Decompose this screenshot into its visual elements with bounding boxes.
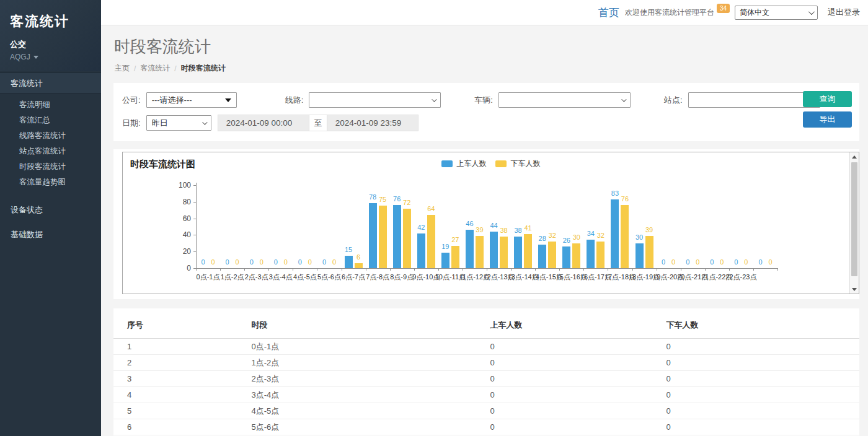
x-axis-label: 4点-5点 bbox=[293, 272, 317, 282]
bar-下车人数 bbox=[621, 205, 629, 268]
line-select[interactable] bbox=[309, 92, 441, 108]
y-tick-label: 20 bbox=[172, 247, 191, 256]
bar-value-label: 76 bbox=[617, 195, 633, 203]
scroll-down-arrow-icon[interactable] bbox=[850, 285, 859, 294]
time-period-table: 序号时段上车人数下车人数 10点-1点0021点-2点0032点-3点0043点… bbox=[113, 316, 859, 436]
sidebar-item-客流汇总[interactable]: 客流汇总 bbox=[0, 113, 101, 128]
table-cell: 0 bbox=[666, 419, 859, 435]
bar-value-label: 72 bbox=[399, 199, 415, 206]
bar-下车人数 bbox=[355, 263, 363, 268]
filter-row-1: 公司: ---请选择--- 线路: 车辆: 站点: bbox=[122, 92, 851, 108]
y-tick bbox=[193, 251, 196, 252]
bar-下车人数 bbox=[596, 242, 604, 268]
station-select[interactable] bbox=[688, 92, 820, 108]
y-axis-line bbox=[196, 183, 197, 268]
y-tick-label: 60 bbox=[172, 214, 191, 223]
bar-value-label: 15 bbox=[340, 246, 356, 253]
x-tick bbox=[559, 268, 560, 271]
language-select[interactable]: 简体中文 bbox=[735, 6, 818, 20]
y-tick bbox=[193, 219, 196, 219]
table-row: 10点-1点00 bbox=[113, 339, 859, 355]
chevron-down-icon bbox=[808, 9, 815, 15]
scroll-up-arrow-icon[interactable] bbox=[850, 152, 859, 161]
sidebar-logo-area: 客流统计 公交 AQGJ bbox=[0, 0, 101, 71]
scrollbar-thumb[interactable] bbox=[851, 162, 857, 276]
bar-下车人数 bbox=[572, 243, 580, 268]
chevron-down-icon bbox=[202, 120, 207, 124]
x-tick bbox=[657, 268, 657, 271]
sidebar-item-基础数据[interactable]: 基础数据 bbox=[0, 225, 101, 245]
breadcrumb-item[interactable]: 客流统计 bbox=[140, 63, 170, 74]
company-select[interactable]: ---请选择--- bbox=[146, 92, 237, 108]
bar-下车人数 bbox=[548, 242, 556, 268]
sidebar-item-站点客流统计[interactable]: 站点客流统计 bbox=[0, 144, 101, 159]
x-axis-label: 0点-1点 bbox=[197, 272, 220, 282]
date-to-input[interactable]: 2024-01-09 23:59 bbox=[327, 115, 418, 131]
bar-上车人数 bbox=[562, 246, 570, 268]
sidebar-section-passenger-stats[interactable]: 客流统计 bbox=[0, 72, 101, 94]
company-label: 公司: bbox=[122, 95, 141, 106]
bar-value-label: 27 bbox=[447, 236, 463, 243]
search-button[interactable]: 查询 bbox=[803, 91, 852, 107]
y-tick bbox=[193, 235, 196, 235]
table-row: 32点-3点00 bbox=[113, 371, 859, 387]
bar-上车人数 bbox=[466, 230, 474, 268]
bar-上车人数 bbox=[538, 245, 546, 268]
date-preset-select[interactable]: 昨日 bbox=[146, 115, 211, 131]
notification-badge[interactable]: 34 bbox=[717, 4, 730, 13]
bar-下车人数 bbox=[524, 234, 532, 268]
x-tick bbox=[342, 268, 342, 271]
x-axis-label: 3点-4点 bbox=[269, 272, 293, 282]
x-tick bbox=[268, 268, 269, 271]
sidebar-item-时段客流统计[interactable]: 时段客流统计 bbox=[0, 159, 101, 175]
sidebar-item-线路客流统计[interactable]: 线路客流统计 bbox=[0, 128, 101, 144]
page-title: 时段客流统计 bbox=[114, 36, 859, 58]
table-cell: 0 bbox=[490, 419, 666, 435]
chart-plot-area: 020406080100000点-1点001点-2点002点-3点003点-4点… bbox=[123, 152, 849, 294]
x-axis-label: 8点-9点 bbox=[390, 272, 414, 282]
station-label: 站点: bbox=[664, 95, 683, 106]
x-tick bbox=[608, 268, 608, 271]
breadcrumb-separator: / bbox=[174, 64, 176, 73]
y-tick-label: 100 bbox=[172, 181, 191, 190]
table-cell: 3 bbox=[113, 371, 252, 387]
table-cell: 5 bbox=[113, 403, 252, 419]
y-tick bbox=[193, 202, 196, 203]
table-cell: 0 bbox=[490, 387, 666, 403]
table-cell: 0 bbox=[666, 371, 859, 387]
bar-value-label: 6 bbox=[350, 253, 366, 261]
sidebar-item-设备状态[interactable]: 设备状态 bbox=[0, 200, 101, 220]
table-cell: 4 bbox=[113, 387, 252, 403]
bar-下车人数 bbox=[500, 237, 508, 268]
logout-link[interactable]: 退出登录 bbox=[828, 7, 860, 18]
language-select-value: 简体中文 bbox=[740, 7, 769, 18]
x-tick bbox=[438, 268, 439, 271]
table-panel: 序号时段上车人数下车人数 10点-1点0021点-2点0032点-3点0043点… bbox=[113, 308, 859, 436]
x-tick bbox=[729, 268, 730, 271]
sidebar-item-客流量趋势图[interactable]: 客流量趋势图 bbox=[0, 175, 101, 190]
bar-value-label: 0 bbox=[762, 258, 778, 266]
bar-上车人数 bbox=[636, 243, 644, 268]
bar-上车人数 bbox=[393, 205, 401, 268]
company-select-value: ---请选择--- bbox=[152, 95, 192, 106]
dropdown-arrow-icon bbox=[225, 98, 231, 102]
x-axis-label: 22点-23点 bbox=[725, 272, 756, 282]
org-code-dropdown[interactable]: AQGJ bbox=[10, 53, 91, 61]
top-header: 首页 欢迎使用客流统计管理平台 34 简体中文 退出登录 bbox=[101, 0, 868, 25]
chart-vertical-scrollbar[interactable] bbox=[849, 152, 859, 294]
org-name: 公交 bbox=[10, 39, 91, 50]
breadcrumb-item[interactable]: 主页 bbox=[115, 63, 130, 74]
bar-下车人数 bbox=[427, 215, 435, 268]
column-header-时段: 时段 bbox=[252, 316, 490, 339]
table-cell: 0 bbox=[490, 339, 666, 355]
home-link[interactable]: 首页 bbox=[598, 6, 619, 20]
sidebar-item-客流明细[interactable]: 客流明细 bbox=[0, 97, 101, 113]
x-tick bbox=[366, 268, 366, 271]
x-tick bbox=[583, 268, 584, 271]
y-tick-label: 80 bbox=[172, 198, 191, 206]
export-button[interactable]: 导出 bbox=[803, 111, 852, 128]
date-from-input[interactable]: 2024-01-09 00:00 bbox=[218, 115, 309, 131]
vehicle-select[interactable] bbox=[498, 92, 631, 108]
bar-上车人数 bbox=[417, 233, 425, 268]
x-axis-label: 5点-6点 bbox=[317, 272, 341, 282]
